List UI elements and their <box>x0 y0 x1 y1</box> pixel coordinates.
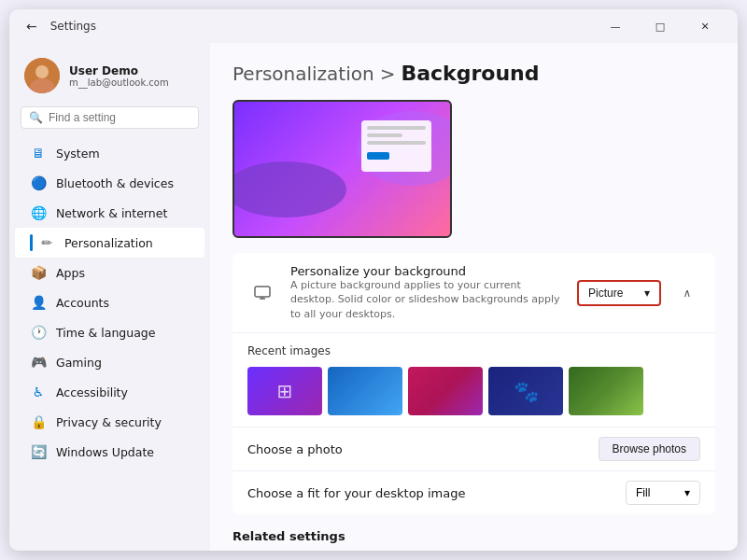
update-icon: 🔄 <box>30 443 47 460</box>
background-preview <box>233 100 452 238</box>
recent-thumb-3[interactable] <box>408 367 483 415</box>
choose-photo-label: Choose a photo <box>247 442 343 456</box>
expand-button[interactable]: ∧ <box>674 280 700 306</box>
preview-card <box>361 120 431 172</box>
related-settings-section: Related settings Contrast themes Color t… <box>233 529 715 551</box>
related-settings-title: Related settings <box>233 529 715 543</box>
sidebar-item-label-update: Windows Update <box>56 445 154 459</box>
preview-line-3 <box>367 141 426 145</box>
fit-chevron-icon: ▾ <box>684 486 690 499</box>
recent-images-section: Recent images ⊞ 🐾 <box>233 333 715 427</box>
personalize-row: Personalize your background A picture ba… <box>233 253 715 333</box>
window-controls: — □ ✕ <box>594 13 726 39</box>
avatar <box>24 58 60 93</box>
sidebar-item-personalization[interactable]: ✏ Personalization <box>15 228 204 258</box>
sidebar-item-time[interactable]: 🕐 Time & language <box>15 317 204 347</box>
recent-thumb-4[interactable]: 🐾 <box>488 367 563 415</box>
breadcrumb-current: Background <box>401 62 539 85</box>
sidebar-item-system[interactable]: 🖥 System <box>15 138 204 168</box>
sidebar-item-privacy[interactable]: 🔒 Privacy & security <box>15 407 204 437</box>
search-input[interactable] <box>49 111 190 124</box>
picture-dropdown-value: Picture <box>588 287 623 300</box>
sidebar-item-network[interactable]: 🌐 Network & internet <box>15 198 204 228</box>
recent-thumb-2[interactable] <box>328 367 402 415</box>
fit-dropdown[interactable]: Fill ▾ <box>626 481 700 505</box>
main-layout: User Demo m__lab@outlook.com 🔍 🖥 System … <box>9 43 738 551</box>
minimize-button[interactable]: — <box>594 13 637 39</box>
choose-photo-row: Choose a photo Browse photos <box>233 427 715 470</box>
svg-rect-3 <box>255 287 270 297</box>
dropdown-chevron-icon: ▾ <box>644 287 650 300</box>
sidebar-item-label-bluetooth: Bluetooth & devices <box>56 176 174 190</box>
windows-logo-icon: ⊞ <box>277 380 293 402</box>
sidebar-item-apps[interactable]: 📦 Apps <box>15 258 204 287</box>
sidebar-item-label-personalization: Personalization <box>64 236 153 250</box>
back-button[interactable]: ← <box>21 17 43 35</box>
picture-dropdown[interactable]: Picture ▾ <box>577 280 661 306</box>
sidebar-item-label-apps: Apps <box>56 266 85 280</box>
titlebar: ← Settings — □ ✕ <box>9 9 738 43</box>
privacy-icon: 🔒 <box>30 413 47 430</box>
sidebar-item-label-accessibility: Accessibility <box>56 385 128 399</box>
time-icon: 🕐 <box>30 324 47 341</box>
gaming-icon: 🎮 <box>30 354 47 371</box>
preview-line-2 <box>367 133 402 137</box>
recent-label: Recent images <box>247 344 700 357</box>
personalize-text: Personalize your background A picture ba… <box>290 264 564 321</box>
user-email: m__lab@outlook.com <box>69 77 169 88</box>
paw-icon: 🐾 <box>514 380 539 403</box>
recent-images-list: ⊞ 🐾 <box>247 367 700 415</box>
active-indicator <box>30 234 33 251</box>
sidebar-item-label-system: System <box>56 147 100 161</box>
personalize-icon <box>247 278 277 308</box>
sidebar-item-update[interactable]: 🔄 Windows Update <box>15 437 204 467</box>
thumb-4-content: 🐾 <box>488 367 563 415</box>
personalization-icon: ✏ <box>38 234 55 251</box>
browse-photos-button[interactable]: Browse photos <box>599 437 700 461</box>
recent-thumb-5[interactable] <box>569 367 643 415</box>
search-icon: 🔍 <box>29 111 43 124</box>
sidebar-item-gaming[interactable]: 🎮 Gaming <box>15 347 204 377</box>
bluetooth-icon: 🔵 <box>30 175 47 191</box>
user-profile: User Demo m__lab@outlook.com <box>9 50 210 106</box>
user-name: User Demo <box>69 64 169 77</box>
settings-window: ← Settings — □ ✕ <box>9 9 738 551</box>
personalize-desc: A picture background applies to your cur… <box>290 278 564 321</box>
search-box[interactable]: 🔍 <box>21 106 199 129</box>
sidebar-item-bluetooth[interactable]: 🔵 Bluetooth & devices <box>15 168 204 198</box>
sidebar-item-label-gaming: Gaming <box>56 356 102 370</box>
fit-label: Choose a fit for your desktop image <box>247 486 466 500</box>
close-button[interactable]: ✕ <box>684 13 726 39</box>
recent-thumb-1[interactable]: ⊞ <box>247 367 322 415</box>
breadcrumb-separator: > <box>380 63 396 85</box>
network-icon: 🌐 <box>30 204 47 221</box>
breadcrumb-parent[interactable]: Personalization <box>233 63 374 85</box>
accessibility-icon: ♿ <box>30 384 47 400</box>
system-icon: 🖥 <box>30 145 47 161</box>
fit-dropdown-value: Fill <box>636 486 650 499</box>
personalize-title: Personalize your background <box>290 264 564 278</box>
sidebar-item-accounts[interactable]: 👤 Accounts <box>15 287 204 317</box>
preview-line-1 <box>367 126 426 130</box>
breadcrumb: Personalization > Background <box>233 62 715 85</box>
user-info: User Demo m__lab@outlook.com <box>69 64 169 88</box>
sidebar: User Demo m__lab@outlook.com 🔍 🖥 System … <box>9 43 210 551</box>
avatar-inner <box>24 58 60 93</box>
sidebar-item-label-accounts: Accounts <box>56 296 109 310</box>
content-area: Personalization > Background <box>210 43 738 551</box>
titlebar-left: ← Settings <box>21 17 96 35</box>
preview-small-button <box>367 152 389 160</box>
sidebar-item-label-privacy: Privacy & security <box>56 415 162 429</box>
sidebar-item-label-time: Time & language <box>56 326 155 340</box>
sidebar-item-label-network: Network & internet <box>56 206 167 220</box>
fit-row: Choose a fit for your desktop image Fill… <box>233 470 715 514</box>
accounts-icon: 👤 <box>30 294 47 311</box>
apps-icon: 📦 <box>30 264 47 281</box>
maximize-button[interactable]: □ <box>639 13 682 39</box>
svg-point-1 <box>35 65 49 78</box>
sidebar-item-accessibility[interactable]: ♿ Accessibility <box>15 377 204 407</box>
window-title: Settings <box>50 20 96 33</box>
settings-panel: Personalize your background A picture ba… <box>233 253 715 514</box>
preview-wave1 <box>233 161 346 217</box>
